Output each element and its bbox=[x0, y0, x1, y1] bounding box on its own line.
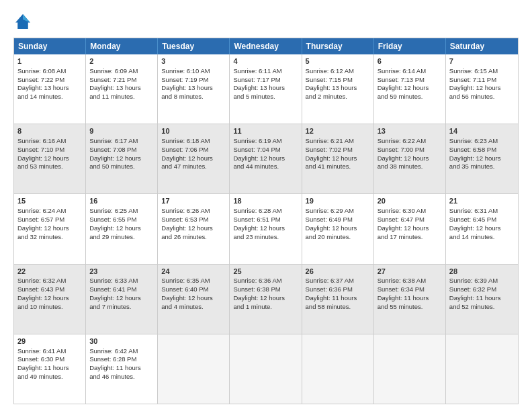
calendar-body: 1Sunrise: 6:08 AMSunset: 7:22 PMDaylight… bbox=[14, 54, 518, 404]
day-number: 1 bbox=[17, 56, 82, 66]
daylight-text: and 20 minutes. bbox=[306, 233, 351, 240]
sunrise-text: Sunrise: 6:15 AM bbox=[449, 67, 498, 75]
weekday-header: Tuesday bbox=[158, 38, 230, 54]
daylight-text: Daylight: 12 hours bbox=[17, 294, 69, 302]
sunset-text: Sunset: 7:17 PM bbox=[233, 76, 280, 83]
daylight-text: Daylight: 12 hours bbox=[233, 224, 285, 232]
day-number: 17 bbox=[161, 196, 226, 206]
sunset-text: Sunset: 6:40 PM bbox=[161, 285, 208, 293]
calendar-cell: 28Sunrise: 6:39 AMSunset: 6:32 PMDayligh… bbox=[446, 265, 518, 334]
daylight-text: Daylight: 13 hours bbox=[17, 84, 69, 91]
daylight-text: Daylight: 12 hours bbox=[449, 84, 501, 91]
calendar-cell: 7Sunrise: 6:15 AMSunset: 7:11 PMDaylight… bbox=[446, 54, 518, 124]
day-number: 26 bbox=[306, 267, 370, 277]
calendar-cell: 5Sunrise: 6:12 AMSunset: 7:15 PMDaylight… bbox=[302, 54, 374, 124]
day-number: 29 bbox=[17, 336, 82, 347]
calendar-cell: 8Sunrise: 6:16 AMSunset: 7:10 PMDaylight… bbox=[14, 124, 86, 193]
daylight-text: Daylight: 12 hours bbox=[17, 224, 69, 232]
calendar-cell: 13Sunrise: 6:22 AMSunset: 7:00 PMDayligh… bbox=[374, 124, 446, 193]
daylight-text: and 14 minutes. bbox=[17, 93, 63, 100]
daylight-text: and 8 minutes. bbox=[161, 93, 203, 100]
calendar-cell: 12Sunrise: 6:21 AMSunset: 7:02 PMDayligh… bbox=[302, 124, 374, 193]
sunset-text: Sunset: 6:51 PM bbox=[233, 216, 280, 223]
daylight-text: Daylight: 12 hours bbox=[233, 154, 285, 162]
calendar-row: 29Sunrise: 6:41 AMSunset: 6:30 PMDayligh… bbox=[14, 334, 518, 404]
calendar-cell: 22Sunrise: 6:32 AMSunset: 6:43 PMDayligh… bbox=[14, 265, 86, 334]
daylight-text: and 49 minutes. bbox=[17, 373, 63, 380]
day-number: 30 bbox=[89, 336, 154, 347]
sunrise-text: Sunrise: 6:22 AM bbox=[378, 137, 426, 144]
day-number: 3 bbox=[161, 56, 226, 66]
calendar-cell: 24Sunrise: 6:35 AMSunset: 6:40 PMDayligh… bbox=[158, 265, 230, 334]
sunrise-text: Sunrise: 6:18 AM bbox=[161, 137, 210, 144]
calendar-cell: 4Sunrise: 6:11 AMSunset: 7:17 PMDaylight… bbox=[230, 54, 302, 124]
logo-icon bbox=[13, 12, 32, 31]
sunrise-text: Sunrise: 6:41 AM bbox=[17, 347, 66, 355]
sunrise-text: Sunrise: 6:19 AM bbox=[233, 137, 281, 144]
day-number: 19 bbox=[306, 196, 370, 206]
daylight-text: Daylight: 13 hours bbox=[233, 84, 285, 91]
sunset-text: Sunset: 6:47 PM bbox=[378, 216, 425, 223]
sunset-text: Sunset: 6:32 PM bbox=[449, 285, 496, 293]
sunset-text: Sunset: 7:19 PM bbox=[161, 76, 208, 83]
calendar-cell: 23Sunrise: 6:33 AMSunset: 6:41 PMDayligh… bbox=[86, 265, 158, 334]
day-number: 4 bbox=[233, 56, 298, 66]
sunrise-text: Sunrise: 6:30 AM bbox=[378, 207, 426, 214]
weekday-header: Wednesday bbox=[230, 38, 302, 54]
sunrise-text: Sunrise: 6:21 AM bbox=[306, 137, 354, 144]
weekday-header: Thursday bbox=[302, 38, 374, 54]
calendar-row: 22Sunrise: 6:32 AMSunset: 6:43 PMDayligh… bbox=[14, 265, 518, 334]
sunset-text: Sunset: 6:49 PM bbox=[306, 216, 353, 223]
sunset-text: Sunset: 6:28 PM bbox=[89, 355, 136, 363]
daylight-text: and 1 minute. bbox=[233, 303, 272, 310]
sunset-text: Sunset: 7:08 PM bbox=[89, 146, 136, 153]
calendar-row: 1Sunrise: 6:08 AMSunset: 7:22 PMDaylight… bbox=[14, 54, 518, 124]
sunrise-text: Sunrise: 6:32 AM bbox=[17, 277, 66, 284]
calendar-cell bbox=[302, 334, 374, 404]
daylight-text: Daylight: 12 hours bbox=[449, 224, 501, 232]
daylight-text: and 52 minutes. bbox=[449, 303, 495, 310]
daylight-text: and 53 minutes. bbox=[17, 163, 63, 170]
calendar-cell: 9Sunrise: 6:17 AMSunset: 7:08 PMDaylight… bbox=[86, 124, 158, 193]
day-number: 22 bbox=[17, 267, 82, 277]
daylight-text: Daylight: 11 hours bbox=[89, 364, 141, 371]
sunset-text: Sunset: 7:06 PM bbox=[161, 146, 208, 153]
day-number: 12 bbox=[306, 126, 370, 136]
day-number: 18 bbox=[233, 196, 298, 206]
sunset-text: Sunset: 7:04 PM bbox=[233, 146, 280, 153]
calendar-cell: 6Sunrise: 6:14 AMSunset: 7:13 PMDaylight… bbox=[374, 54, 446, 124]
sunset-text: Sunset: 6:55 PM bbox=[89, 216, 136, 223]
calendar-row: 15Sunrise: 6:24 AMSunset: 6:57 PMDayligh… bbox=[14, 194, 518, 264]
day-number: 14 bbox=[449, 126, 515, 136]
daylight-text: Daylight: 13 hours bbox=[161, 84, 213, 91]
day-number: 2 bbox=[89, 56, 154, 66]
daylight-text: Daylight: 11 hours bbox=[449, 294, 501, 302]
sunset-text: Sunset: 6:34 PM bbox=[378, 285, 425, 293]
logo bbox=[13, 12, 35, 31]
daylight-text: and 7 minutes. bbox=[89, 303, 131, 310]
daylight-text: and 10 minutes. bbox=[17, 303, 63, 310]
day-number: 11 bbox=[233, 126, 298, 136]
sunset-text: Sunset: 7:21 PM bbox=[89, 76, 136, 83]
sunset-text: Sunset: 7:15 PM bbox=[306, 76, 353, 83]
calendar-cell: 16Sunrise: 6:25 AMSunset: 6:55 PMDayligh… bbox=[86, 194, 158, 263]
sunset-text: Sunset: 6:41 PM bbox=[89, 285, 136, 293]
daylight-text: and 56 minutes. bbox=[449, 93, 495, 100]
calendar-cell: 26Sunrise: 6:37 AMSunset: 6:36 PMDayligh… bbox=[302, 265, 374, 334]
sunset-text: Sunset: 6:57 PM bbox=[17, 216, 64, 223]
sunset-text: Sunset: 6:30 PM bbox=[17, 355, 64, 363]
calendar-cell: 27Sunrise: 6:38 AMSunset: 6:34 PMDayligh… bbox=[374, 265, 446, 334]
day-number: 25 bbox=[233, 267, 298, 277]
sunset-text: Sunset: 7:13 PM bbox=[378, 76, 425, 83]
day-number: 16 bbox=[89, 196, 154, 206]
sunrise-text: Sunrise: 6:14 AM bbox=[378, 67, 426, 75]
daylight-text: Daylight: 12 hours bbox=[161, 294, 213, 302]
calendar-cell: 1Sunrise: 6:08 AMSunset: 7:22 PMDaylight… bbox=[14, 54, 86, 124]
sunrise-text: Sunrise: 6:29 AM bbox=[306, 207, 354, 214]
sunrise-text: Sunrise: 6:35 AM bbox=[161, 277, 210, 284]
sunset-text: Sunset: 6:38 PM bbox=[233, 285, 280, 293]
daylight-text: Daylight: 12 hours bbox=[161, 154, 213, 162]
daylight-text: Daylight: 13 hours bbox=[89, 84, 141, 91]
calendar-cell: 3Sunrise: 6:10 AMSunset: 7:19 PMDaylight… bbox=[158, 54, 230, 124]
daylight-text: and 58 minutes. bbox=[306, 303, 351, 310]
